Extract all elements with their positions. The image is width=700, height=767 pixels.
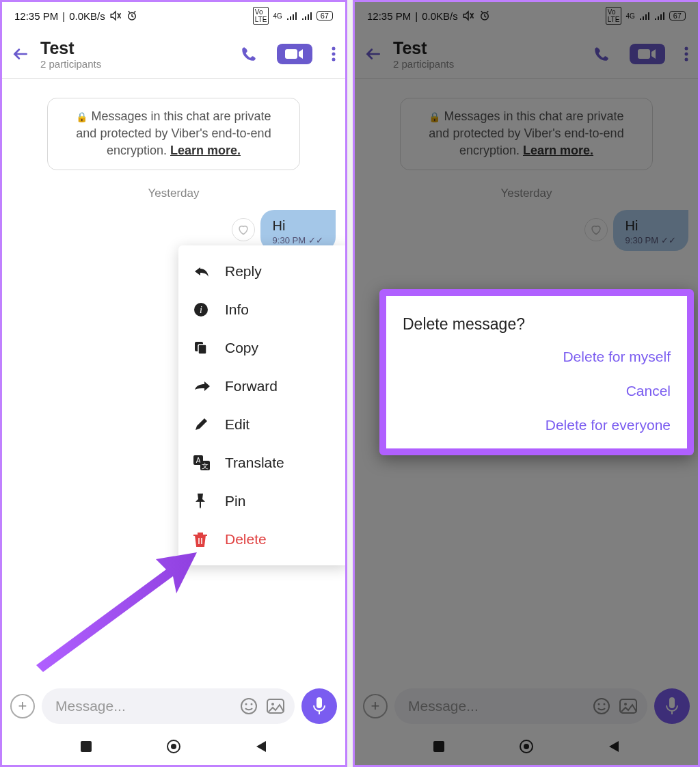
svg-point-21 bbox=[171, 744, 176, 749]
svg-text:i: i bbox=[200, 305, 202, 315]
reply-icon bbox=[193, 266, 211, 277]
menu-copy[interactable]: Copy bbox=[178, 329, 347, 367]
menu-forward[interactable]: Forward bbox=[178, 367, 347, 405]
menu-edit[interactable]: Edit bbox=[178, 405, 347, 444]
voice-button[interactable] bbox=[301, 688, 337, 724]
svg-point-26 bbox=[685, 57, 688, 61]
android-nav-bar bbox=[2, 728, 345, 765]
svg-point-34 bbox=[520, 740, 533, 753]
message-bubble[interactable]: Hi 9:30 PM ✓✓ bbox=[613, 210, 688, 251]
chat-title: Test bbox=[40, 38, 229, 58]
cancel-button[interactable]: Cancel bbox=[626, 383, 671, 399]
svg-point-2 bbox=[332, 46, 336, 50]
menu-reply[interactable]: Reply bbox=[178, 252, 347, 291]
message-text: Hi bbox=[625, 218, 676, 234]
nav-recent[interactable] bbox=[433, 740, 445, 753]
svg-rect-33 bbox=[433, 741, 444, 752]
gallery-button[interactable] bbox=[619, 698, 638, 714]
chat-body: 🔒 Messages in this chat are private and … bbox=[2, 79, 345, 251]
svg-rect-32 bbox=[669, 697, 675, 708]
dialog-title: Delete message? bbox=[403, 315, 671, 334]
video-call-button[interactable] bbox=[277, 44, 312, 64]
nav-back[interactable] bbox=[255, 740, 267, 753]
chat-title: Test bbox=[393, 38, 582, 58]
svg-point-31 bbox=[624, 703, 627, 705]
message-input-bar: + Message... bbox=[355, 684, 698, 728]
message-context-menu: Reply i Info Copy Forward Edit A文 Transl… bbox=[178, 245, 347, 565]
battery-icon: 67 bbox=[669, 11, 686, 21]
chat-header: Test 2 participants bbox=[2, 29, 345, 79]
back-button[interactable] bbox=[12, 45, 29, 63]
more-button[interactable] bbox=[332, 46, 336, 62]
more-button[interactable] bbox=[684, 46, 688, 62]
svg-rect-1 bbox=[285, 49, 297, 59]
call-button[interactable] bbox=[240, 45, 258, 63]
svg-point-28 bbox=[598, 703, 600, 705]
message-text: Hi bbox=[273, 218, 323, 234]
svg-text:A: A bbox=[196, 457, 201, 464]
nav-recent[interactable] bbox=[80, 740, 92, 753]
nav-home[interactable] bbox=[519, 739, 534, 754]
date-separator: Yesterday bbox=[501, 187, 552, 200]
chat-title-block[interactable]: Test 2 participants bbox=[40, 38, 229, 70]
svg-point-29 bbox=[604, 703, 606, 705]
lock-icon: 🔒 bbox=[76, 111, 88, 122]
signal-icon bbox=[286, 11, 297, 21]
status-time: 12:35 PM bbox=[14, 10, 58, 22]
call-button[interactable] bbox=[593, 45, 610, 63]
date-separator: Yesterday bbox=[148, 187, 200, 200]
4g-icon: 4G bbox=[273, 12, 282, 20]
svg-point-13 bbox=[241, 699, 256, 714]
signal-icon-2 bbox=[654, 11, 665, 21]
message-row: Hi 9:30 PM ✓✓ bbox=[364, 210, 688, 251]
annotation-arrow bbox=[23, 535, 200, 672]
delete-for-myself-button[interactable]: Delete for myself bbox=[563, 349, 671, 365]
battery-icon: 67 bbox=[317, 11, 333, 21]
svg-text:文: 文 bbox=[202, 462, 208, 470]
back-button[interactable] bbox=[364, 45, 382, 63]
learn-more-link[interactable]: Learn more. bbox=[523, 144, 593, 157]
status-net: 0.0KB/s bbox=[69, 10, 105, 22]
svg-point-15 bbox=[251, 703, 253, 705]
svg-rect-19 bbox=[81, 741, 92, 752]
menu-info[interactable]: i Info bbox=[178, 291, 347, 329]
emoji-button[interactable] bbox=[240, 697, 258, 715]
menu-pin[interactable]: Pin bbox=[178, 482, 347, 520]
phone-left: 12:35 PM | 0.0KB/s VoLTE 4G bbox=[0, 0, 347, 767]
menu-translate[interactable]: A文 Translate bbox=[178, 444, 347, 482]
gallery-button[interactable] bbox=[266, 698, 285, 714]
attach-button[interactable]: + bbox=[363, 694, 388, 718]
chat-title-block[interactable]: Test 2 participants bbox=[393, 38, 582, 70]
emoji-button[interactable] bbox=[593, 697, 610, 715]
menu-delete[interactable]: Delete bbox=[178, 520, 347, 559]
chat-subtitle: 2 participants bbox=[393, 58, 582, 70]
delete-for-everyone-button[interactable]: Delete for everyone bbox=[546, 417, 671, 433]
delete-icon bbox=[193, 532, 211, 547]
svg-point-14 bbox=[245, 703, 247, 705]
edit-icon bbox=[193, 417, 211, 432]
message-input-bar: + Message... bbox=[2, 684, 345, 728]
message-input[interactable]: Message... bbox=[42, 688, 295, 724]
chat-header: Test 2 participants bbox=[355, 29, 698, 79]
voice-button[interactable] bbox=[654, 688, 690, 724]
nav-back[interactable] bbox=[608, 740, 620, 753]
message-bubble[interactable]: Hi 9:30 PM ✓✓ bbox=[260, 210, 336, 251]
svg-point-22 bbox=[481, 13, 488, 21]
status-bar: 12:35 PM | 0.0KB/s VoLTE 4G 67 bbox=[355, 2, 698, 29]
svg-rect-18 bbox=[317, 697, 322, 708]
info-icon: i bbox=[193, 302, 211, 317]
read-checks-icon: ✓✓ bbox=[661, 235, 676, 245]
nav-home[interactable] bbox=[166, 739, 181, 754]
privacy-notice: 🔒 Messages in this chat are private and … bbox=[400, 98, 653, 170]
volte-icon: VoLTE bbox=[606, 7, 622, 25]
react-button[interactable] bbox=[232, 218, 255, 241]
svg-rect-23 bbox=[638, 49, 650, 59]
react-button[interactable] bbox=[584, 218, 608, 241]
learn-more-link[interactable]: Learn more. bbox=[170, 144, 241, 157]
android-nav-bar bbox=[355, 728, 698, 765]
attach-button[interactable]: + bbox=[10, 694, 35, 718]
message-input[interactable]: Message... bbox=[394, 688, 647, 724]
volte-icon: VoLTE bbox=[253, 7, 269, 25]
video-call-button[interactable] bbox=[630, 44, 665, 64]
message-time: 9:30 PM bbox=[273, 235, 306, 245]
